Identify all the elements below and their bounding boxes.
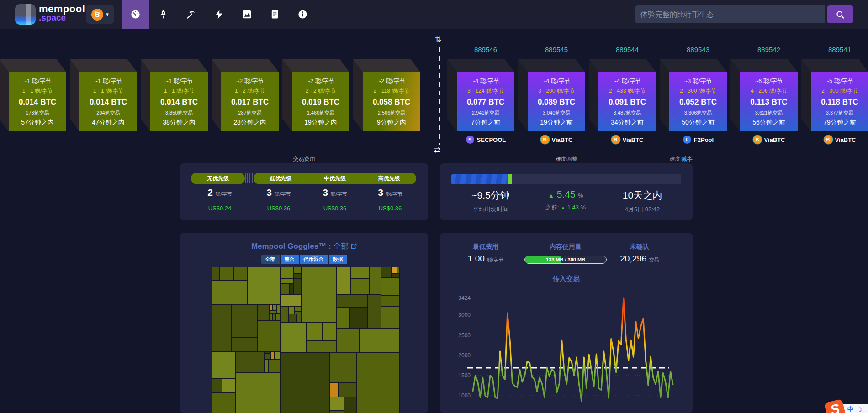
mining-pool[interactable]: FF2Pool — [665, 136, 732, 144]
block-face[interactable]: ~5 聪/字节2 - 300 聪/字节0.118 BTC3,377笔交易79分钟… — [811, 72, 868, 131]
block-face[interactable]: ~4 聪/字节3 - 200 聪/字节0.089 BTC3,040笔交易19分钟… — [528, 72, 585, 131]
block-top-face — [730, 59, 798, 72]
treemap-tx-square — [294, 267, 301, 273]
block-height[interactable]: 889541 — [811, 46, 868, 53]
block-face[interactable]: ~2 聪/字节1 - 2 聪/字节0.017 BTC287笔交易28分钟之内 — [221, 72, 279, 131]
block-face[interactable]: ~2 聪/字节2 - 118 聪/字节0.058 BTC2,566笔交易9分钟之… — [363, 72, 420, 131]
mining-pool[interactable]: BViaBTC — [736, 136, 803, 144]
retarget-eta: 10天之内 4月6日 02:42 — [606, 189, 679, 214]
block-face[interactable]: ~3 聪/字节2 - 300 聪/字节0.052 BTC3,306笔交易50分钟… — [669, 72, 727, 131]
nav-mining[interactable] — [177, 0, 205, 29]
block-height[interactable]: 889542 — [740, 46, 798, 53]
mined-block[interactable]: 889546~4 聪/字节3 - 124 聪/字节0.077 BTC2,941笔… — [447, 59, 514, 131]
goggles-tab-代币混合[interactable]: 代币混合 — [300, 255, 328, 264]
block-fee-range: 2 - 433 聪/字节 — [609, 87, 646, 95]
goggles-tab-数据[interactable]: 数据 — [329, 255, 347, 264]
block-time: 9分钟之内 — [377, 119, 406, 127]
pool-icon: B — [541, 136, 549, 144]
block-top-face — [212, 59, 279, 72]
mined-block[interactable]: 889545~4 聪/字节3 - 200 聪/字节0.089 BTC3,040笔… — [518, 59, 585, 131]
external-link-icon[interactable] — [351, 243, 357, 249]
block-face[interactable]: ~4 聪/字节2 - 433 聪/字节0.091 BTC3,487笔交易34分钟… — [598, 72, 656, 131]
block-total-btc: 0.014 BTC — [19, 98, 56, 107]
mempool-block[interactable]: ~2 聪/字节2 - 2 聪/字节0.019 BTC1,460笔交易19分钟之内 — [282, 59, 349, 131]
mempool-block[interactable]: ~1 聪/字节1 - 1 聪/字节0.014 BTC3,850笔交易38分钟之内 — [141, 59, 208, 131]
pool-icon: F — [683, 136, 691, 144]
goggles-tab-全部[interactable]: 全部 — [261, 255, 280, 264]
mining-pool[interactable]: BViaBTC — [594, 136, 661, 144]
block-top-face — [353, 59, 420, 72]
nav-about[interactable] — [289, 0, 317, 29]
block-face[interactable]: ~1 聪/字节1 - 1 聪/字节0.014 BTC3,850笔交易38分钟之内 — [150, 72, 208, 131]
pool-name: ViaBTC — [623, 136, 644, 143]
block-median-fee: ~1 聪/字节 — [165, 77, 193, 85]
mempool-logo[interactable] — [15, 4, 36, 25]
search-input[interactable] — [635, 5, 825, 23]
block-median-fee: ~2 聪/字节 — [307, 77, 334, 85]
block-face[interactable]: ~4 聪/字节3 - 124 聪/字节0.077 BTC2,941笔交易7分钟之… — [457, 72, 514, 131]
block-height[interactable]: 889545 — [528, 46, 585, 53]
ime-logo[interactable]: S — [824, 399, 846, 413]
block-total-btc: 0.019 BTC — [302, 98, 339, 107]
search-button[interactable] — [827, 5, 853, 23]
halving-link[interactable]: 减半 — [682, 156, 693, 162]
mempool-block[interactable]: ~1 聪/字节1 - 1 聪/字节0.014 BTC173笔交易57分钟之内 — [0, 59, 66, 131]
treemap-tx-square — [212, 379, 222, 392]
y-axis-tick: 1000 — [458, 392, 471, 399]
block-height[interactable]: 889544 — [598, 46, 656, 53]
treemap-tx-square — [265, 360, 268, 372]
block-median-fee: ~3 聪/字节 — [684, 77, 712, 85]
treemap-tx-square — [351, 267, 369, 278]
block-time: 56分钟之前 — [752, 119, 785, 127]
mined-block[interactable]: 889543~3 聪/字节2 - 300 聪/字节0.052 BTC3,306笔… — [660, 59, 727, 131]
block-fee-range: 4 - 206 聪/字节 — [751, 87, 787, 95]
brand[interactable]: mempool .space — [39, 4, 85, 23]
block-total-btc: 0.091 BTC — [609, 98, 646, 107]
mempool-block[interactable]: ~2 聪/字节1 - 2 聪/字节0.017 BTC287笔交易28分钟之内 — [212, 59, 279, 131]
mempool-block[interactable]: ~2 聪/字节2 - 118 聪/字节0.058 BTC2,566笔交易9分钟之… — [353, 59, 420, 131]
block-face[interactable]: ~2 聪/字节2 - 2 聪/字节0.019 BTC1,460笔交易19分钟之内 — [292, 72, 349, 131]
blocks-strip: ~1 聪/字节1 - 1 聪/字节0.014 BTC173笔交易57分钟之内~1… — [0, 59, 868, 151]
mined-block[interactable]: 889544~4 聪/字节2 - 433 聪/字节0.091 BTC3,487笔… — [589, 59, 656, 131]
goggles-tabs: 全部整合代币混合数据 — [180, 255, 428, 264]
difficulty-link[interactable]: 难度 — [669, 156, 680, 162]
ime-lang-indicator: 中 — [847, 405, 853, 413]
block-height[interactable]: 889546 — [457, 46, 514, 53]
nav-lightning[interactable] — [205, 0, 233, 29]
goggles-tab-整合[interactable]: 整合 — [281, 255, 299, 264]
goggles-treemap[interactable] — [212, 267, 400, 413]
mempool-block[interactable]: ~1 聪/字节1 - 1 聪/字节0.014 BTC204笔交易47分钟之内 — [70, 59, 137, 131]
pool-name: F2Pool — [694, 136, 714, 143]
treemap-tx-square — [271, 352, 274, 359]
mined-block[interactable]: 889541~5 聪/字节2 - 300 聪/字节0.118 BTC3,377笔… — [801, 59, 868, 131]
block-face[interactable]: ~6 聪/字节4 - 206 聪/字节0.113 BTC3,621笔交易56分钟… — [740, 72, 798, 131]
treemap-tx-square — [330, 411, 344, 413]
nav-acceleration[interactable] — [149, 0, 177, 29]
mining-pool[interactable]: BViaBTC — [523, 136, 590, 144]
fee-pill-高优先级: 高优先级 — [362, 173, 416, 184]
block-height[interactable]: 889543 — [669, 46, 727, 53]
mined-block[interactable]: 889542~6 聪/字节4 - 206 聪/字节0.113 BTC3,621笔… — [730, 59, 798, 131]
treemap-tx-square — [270, 305, 272, 310]
block-face[interactable]: ~1 聪/字节1 - 1 聪/字节0.014 BTC173笔交易57分钟之内 — [9, 72, 66, 131]
search-bar — [635, 5, 853, 23]
block-tx-count: 2,941笔交易 — [472, 110, 500, 116]
block-total-btc: 0.017 BTC — [231, 98, 269, 107]
mining-pool[interactable]: BViaBTC — [806, 136, 868, 144]
currency-dropdown[interactable]: B ▾ — [86, 5, 114, 24]
block-face[interactable]: ~1 聪/字节1 - 1 聪/字节0.014 BTC204笔交易47分钟之内 — [79, 72, 137, 131]
goggles-filter-link[interactable]: 全部 — [333, 242, 349, 251]
block-median-fee: ~4 聪/字节 — [613, 77, 641, 85]
treemap-tx-square — [294, 279, 301, 294]
block-top-face — [589, 59, 656, 72]
nav-graphs[interactable] — [233, 0, 261, 29]
treemap-tx-square — [212, 393, 235, 413]
nav-docs[interactable] — [261, 0, 289, 29]
moon-icon: ☽ — [857, 406, 863, 413]
mining-pool[interactable]: SSECPOOL — [452, 136, 519, 144]
treemap-tx-square — [281, 279, 293, 283]
block-tx-count: 3,377笔交易 — [826, 110, 854, 116]
nav-dashboard[interactable] — [122, 0, 149, 29]
block-median-fee: ~2 聪/字节 — [377, 77, 405, 85]
block-fee-range: 3 - 200 聪/字节 — [538, 87, 575, 95]
